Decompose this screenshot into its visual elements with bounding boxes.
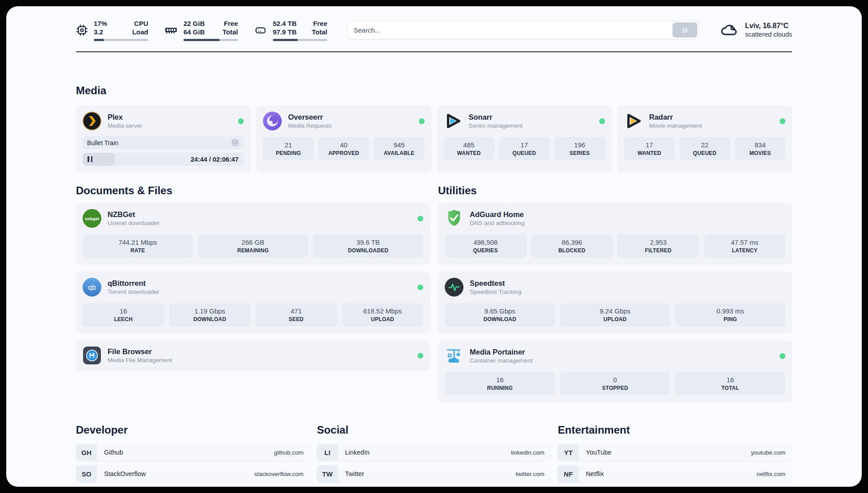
app-card-portainer[interactable]: Media Portainer Container management 16 … — [438, 341, 792, 401]
playback-progress-row: 24:44 / 02:06:47 — [83, 153, 244, 166]
link-url: youtube.com — [751, 449, 785, 456]
link-section-entertainment: Entertainment YT YouTube youtube.com NF … — [558, 424, 792, 487]
stat-value: 40 — [320, 141, 367, 150]
stat-label: RUNNING — [447, 384, 553, 392]
app-card-filebrowser[interactable]: File Browser Media File Management — [76, 341, 430, 370]
stat-value: 21 — [265, 141, 312, 150]
cpu-load-value: 3.2 — [94, 28, 103, 36]
stat-tile: 21 PENDING — [263, 137, 313, 160]
app-subtitle: Speedtest Tracking — [470, 288, 522, 295]
weather-widget[interactable]: Lviv, 16.87°C scattered clouds — [720, 21, 792, 39]
app-title: qBittorrent — [108, 279, 159, 288]
stat-value: 86,396 — [533, 238, 611, 247]
stat-label: SERIES — [556, 150, 603, 157]
link-url: stackoverflow.com — [254, 471, 303, 477]
link-name: StackOverflow — [104, 470, 146, 477]
stat-value: 945 — [376, 141, 422, 150]
session-info-icon[interactable] — [231, 138, 239, 147]
stat-tile: 22 QUEUED — [680, 137, 730, 160]
stat-tile: 47.57 ms LATENCY — [704, 234, 786, 258]
link-item-github[interactable]: GH Github github.com — [76, 444, 310, 461]
svg-text:nzbget: nzbget — [85, 216, 100, 221]
stat-label: WANTED — [626, 150, 673, 157]
stat-label: QUERIES — [447, 247, 525, 255]
stat-value: 17 — [501, 141, 548, 150]
link-item-twitter[interactable]: TW Twitter twitter.com — [317, 465, 551, 482]
app-card-qbittorrent[interactable]: qb qBittorrent Torrent downloader — [76, 272, 430, 333]
link-url: github.com — [274, 449, 304, 456]
ram-icon — [164, 24, 178, 36]
app-subtitle: Movie management — [649, 122, 702, 129]
stat-tile: 0 STOPPED — [560, 372, 670, 395]
disk-metric: 52.4 TB Free 97.9 TB Total — [254, 19, 327, 41]
stat-tile: 266 GB REMAINING — [198, 234, 308, 258]
now-playing-row: Bullet Train — [83, 136, 244, 149]
app-card-nzbget[interactable]: nzbget NZBGet Usenet downloader 74 — [76, 203, 430, 264]
app-subtitle: Media File Management — [108, 357, 172, 363]
search-engine-button[interactable]: G — [672, 22, 697, 38]
status-online-dot — [780, 353, 785, 359]
link-item-youtube[interactable]: YT YouTube youtube.com — [558, 444, 792, 461]
app-title: NZBGet — [108, 210, 159, 219]
stat-label: APPROVED — [320, 150, 367, 157]
stat-label: UPLOAD — [562, 316, 668, 323]
link-name: YouTube — [586, 449, 611, 456]
stat-value: 266 GB — [200, 238, 306, 247]
stat-tile: 9.65 Gbps DOWNLOAD — [445, 303, 555, 326]
stat-label: QUEUED — [681, 150, 728, 157]
stat-value: 47.57 ms — [706, 238, 784, 247]
stat-tile: 196 SERIES — [555, 137, 605, 160]
app-card-speedtest[interactable]: Speedtest Speedtest Tracking 9.65 Gbps D… — [438, 272, 792, 333]
app-card-sonarr[interactable]: Sonarr Series management 485 WANTED 17 Q… — [437, 106, 612, 172]
weather-location-temp: Lviv, 16.87°C — [745, 21, 792, 30]
link-url: netflix.com — [756, 471, 785, 477]
disk-free-value: 52.4 TB — [273, 19, 296, 28]
app-card-adguard[interactable]: AdGuard Home DNS and adblocking 498,508 … — [438, 203, 792, 264]
cpu-usage-value: 17% — [94, 19, 107, 28]
sonarr-icon — [444, 112, 463, 130]
status-online-dot — [599, 118, 605, 124]
stat-label: DOWNLOADED — [315, 247, 421, 255]
ram-free-label: Free — [224, 19, 238, 28]
disk-free-label: Free — [313, 19, 327, 28]
link-section-social: Social LI LinkedIn linkedin.com TW Twitt… — [317, 424, 551, 487]
stat-value: 196 — [556, 141, 603, 150]
app-subtitle: Container management — [470, 357, 533, 364]
app-subtitle: Media Requests — [288, 122, 332, 129]
link-badge: GH — [76, 444, 97, 461]
ram-metric: 22 GiB Free 64 GiB Total — [164, 19, 238, 41]
stat-value: 16 — [84, 307, 163, 316]
link-item-netflix[interactable]: NF Netflix netflix.com — [558, 465, 792, 482]
stat-tile: 0.993 ms PING — [675, 303, 785, 326]
stat-tile: 9.24 Gbps UPLOAD — [560, 303, 670, 326]
filebrowser-icon — [83, 346, 101, 365]
qbittorrent-icon: qb — [83, 278, 101, 297]
search-input[interactable] — [347, 26, 672, 34]
stat-value: 2,953 — [619, 238, 697, 247]
app-card-overseerr[interactable]: Overseerr Media Requests 21 PENDING 40 A… — [256, 106, 431, 172]
link-item-stackoverflow[interactable]: SO StackOverflow stackoverflow.com — [76, 465, 310, 482]
stat-value: 618.52 Mbps — [344, 307, 422, 316]
stat-label: BLOCKED — [533, 247, 611, 255]
stat-value: 17 — [626, 141, 673, 150]
section-title-developer: Developer — [76, 424, 310, 436]
section-title-utilities: Utilities — [438, 184, 792, 197]
cpu-metric: 17% CPU 3.2 Load — [76, 19, 148, 41]
link-badge: TW — [317, 465, 338, 482]
link-name: Netflix — [586, 470, 604, 477]
cpu-progress-bar — [94, 39, 148, 41]
ram-free-value: 22 GiB — [184, 19, 205, 28]
link-url: linkedin.com — [511, 449, 544, 456]
link-name: LinkedIn — [345, 449, 370, 456]
app-card-plex[interactable]: Plex Media server Bullet Train — [76, 106, 250, 172]
status-online-dot — [780, 118, 785, 124]
app-title: File Browser — [108, 347, 172, 356]
stat-tile: 498,508 QUERIES — [445, 234, 526, 258]
stat-label: LEECH — [84, 316, 163, 323]
link-item-linkedin[interactable]: LI LinkedIn linkedin.com — [317, 444, 551, 461]
cpu-icon — [76, 24, 88, 36]
app-card-radarr[interactable]: Radarr Movie management 17 WANTED 22 QUE… — [618, 106, 792, 172]
search-bar: G — [347, 21, 699, 39]
stat-value: 9.65 Gbps — [447, 307, 553, 316]
stat-value: 0 — [562, 376, 668, 384]
